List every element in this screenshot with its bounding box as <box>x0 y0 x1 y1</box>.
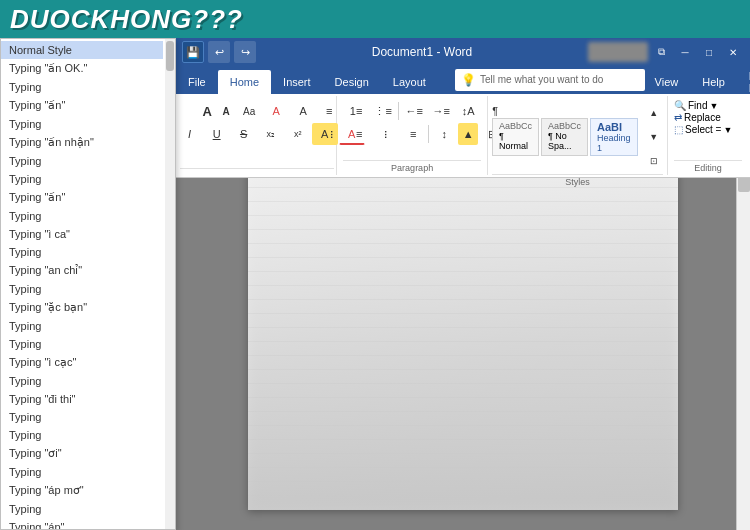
ribbon-content: A A Aa A A B I U S x₂ x² A A ≡ 1≡ <box>176 94 750 178</box>
history-item[interactable]: Typing <box>1 317 163 335</box>
subscript-btn[interactable]: x₂ <box>258 123 284 145</box>
history-item[interactable]: Typing "ặc bạn" <box>1 298 163 317</box>
font-size-small-btn[interactable]: A <box>217 100 235 122</box>
history-item[interactable]: Typing <box>1 207 163 225</box>
font-size-btn[interactable]: A <box>198 100 216 122</box>
panel-scroll-thumb[interactable] <box>166 41 174 71</box>
italic-btn[interactable]: I <box>177 123 203 145</box>
history-item[interactable]: Typing <box>1 170 163 188</box>
history-item[interactable]: Typing <box>1 152 163 170</box>
ribbon-tab-home[interactable]: Home <box>218 70 271 94</box>
editing-group: 🔍 Find ▼ ⇄ Replace ⬚ Select = ▼ Editing <box>668 96 748 175</box>
style-options: AaBbCc ¶ Normal AaBbCc ¶ No Spa... AaBI … <box>492 118 638 156</box>
window-title: Document1 - Word <box>256 45 588 59</box>
history-item[interactable]: Typing "ì ca" <box>1 225 163 243</box>
minimize-button[interactable]: ─ <box>674 43 696 61</box>
select-btn[interactable]: ⬚ Select = ▼ <box>674 124 732 135</box>
editing-label: Editing <box>674 160 742 175</box>
history-item[interactable]: Typing "áp" <box>1 518 163 529</box>
font-group-label <box>180 168 334 173</box>
title-bar-left: 💾 ↩ ↪ <box>182 41 256 63</box>
document-scrollbar[interactable] <box>736 150 750 530</box>
search-area: 💡 Tell me what you want to do <box>450 66 650 93</box>
superscript-btn[interactable]: x² <box>285 123 311 145</box>
styles-down-btn[interactable]: ▼ <box>641 126 667 148</box>
sort-btn[interactable]: ↕A <box>455 100 481 122</box>
history-item[interactable]: Typing "ì cạc" <box>1 353 163 372</box>
history-item[interactable]: Typing "ấn OK." <box>1 59 163 78</box>
history-item[interactable]: Typing <box>1 335 163 353</box>
increase-indent-btn[interactable]: →≡ <box>428 100 454 122</box>
thumbnail-button[interactable]: ⧉ <box>650 43 672 61</box>
ribbon-tab-insert[interactable]: Insert <box>271 70 323 94</box>
history-item[interactable]: Typing <box>1 426 163 444</box>
select-icon: ⬚ <box>674 124 683 135</box>
undo-button[interactable]: ↩ <box>208 41 230 63</box>
no-space-style-btn[interactable]: AaBbCc ¶ No Spa... <box>541 118 588 156</box>
shading-btn[interactable]: ▲ <box>458 123 478 145</box>
window-controls: ⧉ ─ □ ✕ <box>588 42 744 62</box>
align-left-btn[interactable]: ⫶ <box>319 123 345 145</box>
styles-list: AaBbCc ¶ Normal AaBbCc ¶ No Spa... AaBI … <box>492 102 667 172</box>
history-item[interactable]: Typing <box>1 78 163 96</box>
history-item[interactable]: Normal Style <box>1 41 163 59</box>
history-item[interactable]: Typing "ơi" <box>1 444 163 463</box>
underline-btn[interactable]: U <box>204 123 230 145</box>
select-label: Select = <box>685 124 721 135</box>
history-item[interactable]: Typing "đi thi" <box>1 390 163 408</box>
font-selector[interactable]: Aa <box>236 100 262 122</box>
save-icon: 💾 <box>186 46 200 59</box>
close-button[interactable]: ✕ <box>722 43 744 61</box>
heading-style-btn[interactable]: AaBI Heading 1 <box>590 118 638 156</box>
styles-more-btn[interactable]: ⊡ <box>641 150 667 172</box>
history-item[interactable]: Typing <box>1 115 163 133</box>
history-item[interactable]: Typing <box>1 500 163 518</box>
history-item[interactable]: Typing "áp mơ" <box>1 481 163 500</box>
paragraph-group: ≡ 1≡ ⋮≡ ←≡ →≡ ↕A ¶ ⫶ ≡ ⫶ ≡ ↕ ▲ ⊞ Paragra… <box>337 96 488 175</box>
maximize-button[interactable]: □ <box>698 43 720 61</box>
ribbon-tab-file[interactable]: File <box>176 70 218 94</box>
replace-label: Replace <box>684 112 721 123</box>
history-item[interactable]: Typing <box>1 372 163 390</box>
history-item[interactable]: Typing "an chỉ" <box>1 261 163 280</box>
search-bar[interactable]: 💡 Tell me what you want to do <box>455 69 645 91</box>
find-btn[interactable]: 🔍 Find ▼ <box>674 100 718 111</box>
ribbon-tab-layout[interactable]: Layout <box>381 70 438 94</box>
numbered-list-btn[interactable]: 1≡ <box>343 100 369 122</box>
watermark-text: DUOCKHONG??? <box>10 4 243 35</box>
history-item[interactable]: Typing "ấn" <box>1 96 163 115</box>
decrease-indent-btn[interactable]: ←≡ <box>401 100 427 122</box>
multilevel-list-btn[interactable]: ⋮≡ <box>370 100 396 122</box>
find-chevron-icon: ▼ <box>709 101 718 111</box>
save-button[interactable]: 💾 <box>182 41 204 63</box>
history-item[interactable]: Typing <box>1 280 163 298</box>
styles-nav: ▲ ▼ ⊡ <box>641 102 667 172</box>
line-spacing-btn[interactable]: ↕ <box>431 123 457 145</box>
history-item[interactable]: Typing <box>1 463 163 481</box>
replace-btn[interactable]: ⇄ Replace <box>674 112 721 123</box>
bullet-list-btn[interactable]: ≡ <box>316 100 342 122</box>
ribbon-tab-help[interactable]: Help <box>690 70 737 94</box>
redo-button[interactable]: ↪ <box>234 41 256 63</box>
history-item[interactable]: Typing "ấn" <box>1 188 163 207</box>
text-effects-btn[interactable]: A <box>263 100 289 122</box>
watermark-banner: DUOCKHONG??? <box>0 0 750 38</box>
strikethrough-btn[interactable]: S <box>231 123 257 145</box>
undo-icon: ↩ <box>215 46 224 59</box>
ribbon-tab-foxit-pdf[interactable]: Foxit PDF <box>737 70 750 94</box>
history-item[interactable]: Typing "ấn nhận" <box>1 133 163 152</box>
undo-history-panel: Normal StyleTyping "ấn OK."TypingTyping … <box>0 38 176 530</box>
paragraph-label: Paragraph <box>343 160 481 175</box>
history-item[interactable]: Typing <box>1 243 163 261</box>
normal-style-btn[interactable]: AaBbCc ¶ Normal <box>492 118 539 156</box>
panel-scrollbar[interactable] <box>165 39 175 529</box>
history-item[interactable]: Typing <box>1 408 163 426</box>
document-overlay <box>248 170 678 510</box>
font-color-btn[interactable]: A <box>290 100 316 122</box>
align-center-btn[interactable]: ≡ <box>346 123 372 145</box>
justify-btn[interactable]: ≡ <box>400 123 426 145</box>
styles-up-btn[interactable]: ▲ <box>641 102 667 124</box>
align-right-btn[interactable]: ⫶ <box>373 123 399 145</box>
ribbon-tab-design[interactable]: Design <box>323 70 381 94</box>
find-icon: 🔍 <box>674 100 686 111</box>
